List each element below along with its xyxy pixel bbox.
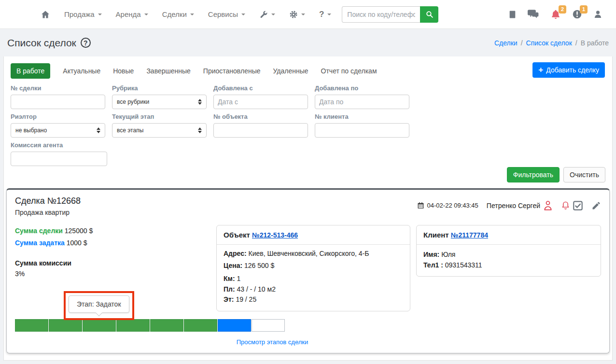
stage-segment-done[interactable] xyxy=(116,319,150,332)
client-name-label: Имя: xyxy=(423,251,439,258)
tab-actual[interactable]: Актуальные xyxy=(63,67,100,75)
added-from-input[interactable] xyxy=(213,95,308,109)
search-box xyxy=(342,6,438,23)
alert-circle-icon[interactable]: 1 xyxy=(572,9,582,19)
object-number-link[interactable]: №212-513-466 xyxy=(252,231,298,239)
clear-button[interactable]: Очистить xyxy=(563,167,605,182)
edit-pencil-icon[interactable] xyxy=(591,201,601,210)
chevron-down-icon xyxy=(327,14,331,15)
client-phone-label: Тел1 : xyxy=(423,261,443,269)
add-deal-button[interactable]: + Добавить сделку xyxy=(532,62,605,78)
rubric-select-value: все рубрики xyxy=(117,98,149,105)
tab-new[interactable]: Новые xyxy=(113,67,134,75)
deposit-sum-label: Сумма задатка xyxy=(15,239,65,247)
tab-report[interactable]: Отчет по сделкам xyxy=(321,67,377,75)
deal-datetime: 04-02-22 09:43:45 xyxy=(417,202,478,209)
added-from-label: Добавлена с xyxy=(213,84,315,92)
chat-icon[interactable] xyxy=(528,9,539,19)
search-button[interactable] xyxy=(420,6,438,23)
breadcrumb: Сделки / Список сделок / В работе xyxy=(494,39,609,47)
filter-button[interactable]: Фильтровать xyxy=(507,167,560,182)
filter-actions: Фильтровать Очистить xyxy=(11,167,605,182)
agent-commission-label: Комиссия агента xyxy=(11,141,112,149)
object-number-label: № объекта xyxy=(213,113,315,120)
realtor-select[interactable]: не выбрано xyxy=(11,123,105,138)
deal-sum-label: Сумма сделки xyxy=(15,227,63,235)
deal-number-input[interactable] xyxy=(11,95,105,109)
rooms-value: 1 xyxy=(237,275,240,282)
stage-tooltip: Этап: Задаток xyxy=(69,295,129,313)
nav-menu-rent-label: Аренда xyxy=(116,10,141,18)
stage-segment-done[interactable] xyxy=(184,319,217,332)
stage-segment-current[interactable] xyxy=(218,319,251,332)
tab-in-progress[interactable]: В работе xyxy=(11,63,50,79)
deal-agent: Петренко Сергей xyxy=(487,200,553,211)
nav-menu-tools[interactable] xyxy=(259,10,275,19)
nav-menu-services[interactable]: Сервисы xyxy=(208,10,245,18)
commission-sum-value: 3% xyxy=(15,270,210,278)
tab-paused[interactable]: Приостановленые xyxy=(203,67,261,75)
chevron-down-icon xyxy=(271,14,275,15)
notebook-icon[interactable] xyxy=(508,10,517,19)
stage-segment-done[interactable] xyxy=(150,319,183,332)
select-arrows-icon xyxy=(97,127,100,133)
tab-deleted[interactable]: Удаленные xyxy=(273,67,308,75)
page-header: Список сделок ? Сделки / Список сделок /… xyxy=(0,29,616,56)
client-number-link[interactable]: №21177784 xyxy=(451,231,488,239)
nav-menu-deals[interactable]: Сделки xyxy=(162,10,194,18)
price-value: 126 500 $ xyxy=(244,262,274,269)
wrench-icon xyxy=(259,10,268,19)
nav-menu-help[interactable]: ? xyxy=(319,10,331,19)
tab-completed[interactable]: Завершенные xyxy=(146,67,190,75)
page-title: Список сделок ? xyxy=(7,37,91,49)
current-stage-select[interactable]: все этапы xyxy=(112,123,207,138)
nav-menu-rent[interactable]: Аренда xyxy=(116,10,148,18)
task-checkbox-icon[interactable] xyxy=(573,200,583,211)
chevron-down-icon xyxy=(144,14,148,15)
rubric-label: Рубрика xyxy=(112,84,213,92)
main-panel: В работе Актуальные Новые Завершенные Пр… xyxy=(3,56,613,361)
client-number-input[interactable] xyxy=(315,123,409,138)
stage-segment-pending[interactable] xyxy=(252,319,285,332)
stage-segment-done[interactable] xyxy=(15,319,48,332)
agent-commission-input[interactable] xyxy=(11,152,107,166)
add-deal-button-label: Добавить сделку xyxy=(546,66,599,74)
chevron-down-icon xyxy=(241,14,245,15)
filter-form: № сделки Рубрика все рубрики Добавлена с… xyxy=(11,84,605,166)
deal-number-label: № сделки xyxy=(11,84,112,92)
agent-person-icon[interactable] xyxy=(543,200,553,211)
client-name-value: Юля xyxy=(441,251,455,258)
object-panel-title: Объект xyxy=(224,231,250,239)
current-stage-label: Текущий этап xyxy=(112,113,213,120)
object-number-input[interactable] xyxy=(213,123,308,138)
commission-sum-label: Сумма комиссии xyxy=(15,259,210,267)
top-navbar: Продажа Аренда Сделки Сервисы xyxy=(0,0,616,29)
deposit-sum-value: 1000 $ xyxy=(67,239,87,247)
nav-menu-sales[interactable]: Продажа xyxy=(64,10,102,18)
nav-menu-settings[interactable] xyxy=(289,10,305,19)
breadcrumb-deal-list[interactable]: Список сделок xyxy=(526,39,572,47)
view-stages-link[interactable]: Просмотр этапов сделки xyxy=(237,338,308,346)
stage-segment-done[interactable] xyxy=(83,319,116,332)
rubric-select[interactable]: все рубрики xyxy=(112,95,207,109)
rooms-label: Км: xyxy=(224,275,235,282)
help-circle-icon[interactable]: ? xyxy=(81,38,91,48)
breadcrumb-deals[interactable]: Сделки xyxy=(494,39,518,47)
area-value: 43 / - / 10 м2 xyxy=(237,285,276,293)
annotation-highlight-box: Этап: Задаток xyxy=(64,291,134,320)
home-icon[interactable] xyxy=(41,10,50,19)
client-number-label: № клиента xyxy=(315,113,416,120)
added-to-input[interactable] xyxy=(315,95,409,109)
chevron-down-icon xyxy=(301,14,305,15)
calendar-icon xyxy=(417,202,424,209)
search-input[interactable] xyxy=(342,6,420,23)
breadcrumb-separator: / xyxy=(575,39,577,47)
breadcrumb-separator: / xyxy=(521,39,523,47)
nav-menu-services-label: Сервисы xyxy=(208,10,238,18)
stage-progress-bar xyxy=(15,319,609,332)
bell-icon[interactable]: 2 xyxy=(550,9,561,20)
user-icon[interactable] xyxy=(593,10,602,19)
stage-segment-done[interactable] xyxy=(49,319,82,332)
address-label: Адрес: xyxy=(224,250,247,257)
reminder-bell-icon[interactable] xyxy=(561,200,570,210)
